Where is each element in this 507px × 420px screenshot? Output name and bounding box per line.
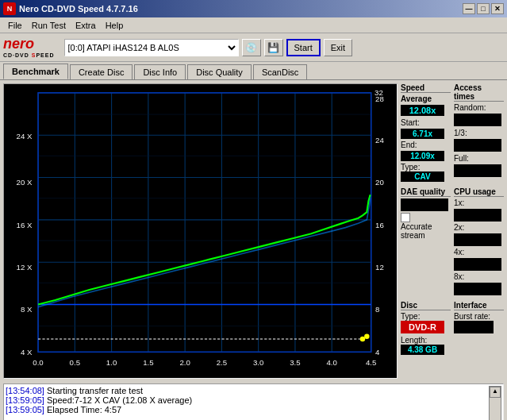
dae-value	[401, 198, 448, 211]
tab-benchmark[interactable]: Benchmark	[3, 64, 68, 79]
nero-subtext: CD·DVD SPEED	[3, 52, 55, 58]
accurate-checkbox[interactable]	[401, 213, 410, 222]
save-button[interactable]: 💾	[264, 39, 283, 56]
svg-text:0.0: 0.0	[33, 358, 44, 367]
end-value: 12.09x	[401, 151, 444, 161]
menu-help[interactable]: Help	[101, 19, 129, 32]
end-label: End:	[401, 141, 417, 149]
cpu-4x-label: 4x:	[454, 248, 464, 256]
svg-text:4 X: 4 X	[21, 348, 33, 356]
dae-section: DAE quality Accurate stream	[401, 187, 451, 295]
type-value: CAV	[401, 171, 444, 182]
app-icon: N	[3, 2, 16, 15]
disc-type-label: Type:	[401, 312, 451, 321]
stream-label: stream	[401, 231, 451, 240]
access-section: Access times Random: 1/3: Full:	[454, 83, 504, 182]
drive-selector[interactable]: [0:0] ATAPI iHAS124 B AL0S	[64, 39, 239, 56]
svg-text:2.0: 2.0	[179, 358, 190, 367]
random-row: Random:	[454, 103, 504, 112]
svg-point-28	[364, 334, 369, 340]
log-scrollbar[interactable]: ▲ ▼	[489, 386, 501, 420]
tab-disc-quality[interactable]: Disc Quality	[187, 64, 252, 79]
close-button[interactable]: ✕	[491, 3, 504, 14]
svg-text:8: 8	[375, 305, 379, 314]
minimize-button[interactable]: —	[463, 3, 475, 14]
svg-text:2.5: 2.5	[217, 358, 227, 367]
svg-text:32: 32	[374, 88, 383, 97]
accurate-label: Accurate	[401, 222, 451, 231]
svg-text:3.0: 3.0	[253, 358, 264, 367]
average-value: 12.08x	[401, 105, 444, 116]
onethird-label: 1/3:	[454, 129, 467, 137]
cpu-2x-row: 2x:	[454, 223, 504, 232]
svg-text:20: 20	[375, 178, 384, 187]
svg-text:12: 12	[375, 263, 384, 272]
cpu-1x-value	[454, 209, 501, 222]
main-content: 4 X 8 X 12 X 16 X 20 X 24 X 4 8 12 16 20…	[0, 80, 507, 382]
menu-bar: File Run Test Extra Help	[0, 17, 507, 33]
start-row: Start:	[401, 118, 451, 127]
svg-rect-0	[4, 84, 397, 378]
disc-section: Disc Type: DVD-R Length: 4.38 GB	[401, 301, 451, 355]
start-button[interactable]: Start	[286, 39, 321, 56]
access-header: Access times	[454, 83, 504, 102]
cpu-4x-value	[454, 258, 501, 271]
log-line-2: [13:59:05] Elapsed Time: 4:57	[6, 405, 489, 414]
log-timestamp-1: [13:59:05]	[6, 395, 44, 405]
svg-point-27	[360, 337, 365, 342]
start-label: Start:	[401, 118, 420, 127]
log-line-1: [13:59:05] Speed:7-12 X CAV (12.08 X ave…	[6, 395, 489, 405]
cpu-1x-label: 1x:	[454, 198, 464, 207]
svg-text:12 X: 12 X	[17, 263, 33, 272]
burst-rate-value	[454, 321, 494, 333]
cpu-4x-row: 4x:	[454, 248, 504, 256]
chart-area: 4 X 8 X 12 X 16 X 20 X 24 X 4 8 12 16 20…	[3, 83, 398, 379]
cpu-header: CPU usage	[454, 187, 504, 197]
svg-text:1.0: 1.0	[106, 358, 117, 367]
speed-access-row: Speed Average 12.08x Start: 6.71x End: 1…	[401, 83, 504, 182]
random-label: Random:	[454, 103, 486, 112]
menu-file[interactable]: File	[3, 19, 27, 32]
cpu-8x-label: 8x:	[454, 272, 464, 281]
speed-header: Speed	[401, 83, 451, 93]
menu-extra[interactable]: Extra	[71, 19, 101, 32]
svg-text:8 X: 8 X	[21, 305, 33, 314]
svg-text:20 X: 20 X	[17, 178, 33, 187]
menu-run-test[interactable]: Run Test	[27, 19, 71, 32]
toolbar: nero CD·DVD SPEED [0:0] ATAPI iHAS124 B …	[0, 33, 507, 62]
svg-text:24: 24	[375, 136, 384, 144]
tab-disc-info[interactable]: Disc Info	[134, 64, 186, 79]
accurate-stream-row	[401, 213, 451, 222]
log-message-2: Elapsed Time: 4:57	[47, 405, 121, 414]
dae-header: DAE quality	[401, 187, 451, 197]
disc-length-label: Length:	[401, 336, 451, 345]
svg-text:16: 16	[375, 221, 384, 229]
disc-icon-button[interactable]: 💿	[242, 39, 261, 56]
disc-type-value: DVD-R	[401, 321, 444, 333]
log-message-0: Starting transfer rate test	[47, 386, 143, 395]
speed-section: Speed Average 12.08x Start: 6.71x End: 1…	[401, 83, 451, 182]
full-label: Full:	[454, 154, 469, 163]
benchmark-chart: 4 X 8 X 12 X 16 X 20 X 24 X 4 8 12 16 20…	[4, 84, 397, 378]
log-section: [13:54:08] Starting transfer rate test […	[0, 382, 507, 420]
svg-text:0.5: 0.5	[70, 358, 80, 367]
disc-length-value: 4.38 GB	[401, 345, 444, 355]
title-bar: N Nero CD-DVD Speed 4.7.7.16 — □ ✕	[0, 0, 507, 17]
full-value	[454, 164, 501, 177]
exit-button[interactable]: Exit	[324, 39, 352, 56]
right-panel: Speed Average 12.08x Start: 6.71x End: 1…	[401, 83, 504, 379]
cpu-2x-label: 2x:	[454, 223, 464, 232]
random-value	[454, 114, 501, 126]
scrollbar-up[interactable]: ▲	[490, 387, 501, 398]
tab-create-disc[interactable]: Create Disc	[70, 64, 133, 79]
onethird-row: 1/3:	[454, 129, 504, 137]
maximize-button[interactable]: □	[477, 3, 490, 14]
log-message-1: Speed:7-12 X CAV (12.08 X average)	[47, 395, 192, 405]
svg-text:3.5: 3.5	[290, 358, 300, 367]
tab-scan-disc[interactable]: ScanDisc	[253, 64, 307, 79]
interface-section: Interface Burst rate:	[454, 301, 504, 355]
average-label: Average	[401, 94, 451, 103]
log-line-0: [13:54:08] Starting transfer rate test	[6, 386, 489, 395]
cpu-8x-value	[454, 283, 501, 295]
cpu-8x-row: 8x:	[454, 272, 504, 281]
